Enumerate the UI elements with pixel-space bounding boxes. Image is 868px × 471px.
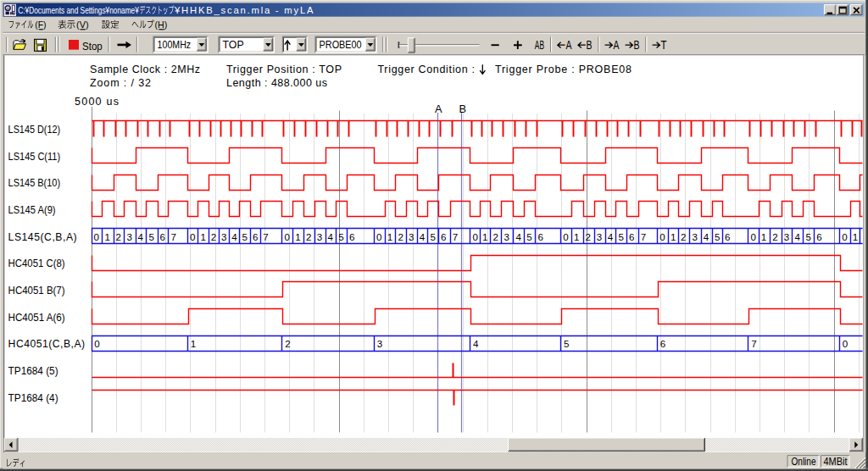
svg-text:4: 4 <box>420 231 426 242</box>
svg-text:7: 7 <box>263 231 268 242</box>
svg-text:A: A <box>614 38 620 52</box>
svg-text:0: 0 <box>659 231 665 242</box>
svg-text:LS145 D(12): LS145 D(12) <box>8 124 61 136</box>
svg-text:2: 2 <box>398 231 403 242</box>
svg-text:5: 5 <box>430 231 435 242</box>
svg-text:4: 4 <box>138 231 144 242</box>
svg-text:LS145 C(11): LS145 C(11) <box>8 151 61 163</box>
svg-text:3: 3 <box>692 231 697 242</box>
svg-text:1: 1 <box>200 231 205 242</box>
svg-text:C:¥Documents and Settings¥nona: C:¥Documents and Settings¥noname¥ <box>18 5 139 15</box>
svg-text:0: 0 <box>472 231 477 242</box>
svg-text:1: 1 <box>191 338 196 349</box>
svg-text:4MBit: 4MBit <box>824 456 849 468</box>
svg-text:7: 7 <box>171 231 176 242</box>
svg-text:Trigger Position : TOP: Trigger Position : TOP <box>226 64 342 75</box>
svg-text:3: 3 <box>597 231 602 242</box>
svg-text:1: 1 <box>295 231 300 242</box>
svg-text:5: 5 <box>715 231 720 242</box>
svg-text:7: 7 <box>641 231 646 242</box>
svg-text:4: 4 <box>795 231 801 242</box>
svg-text:6: 6 <box>349 231 354 242</box>
svg-text:LS145 A(9): LS145 A(9) <box>8 204 56 216</box>
svg-text:6: 6 <box>629 231 634 242</box>
svg-text:LS145 B(10): LS145 B(10) <box>8 177 61 189</box>
svg-text:HC4051 A(6): HC4051 A(6) <box>8 312 65 324</box>
svg-text:HC4051 C(8): HC4051 C(8) <box>8 258 65 269</box>
svg-text:2: 2 <box>681 231 686 242</box>
svg-text:0: 0 <box>751 231 756 242</box>
svg-text:0: 0 <box>94 231 99 242</box>
svg-text:5: 5 <box>806 231 811 242</box>
svg-text:6: 6 <box>816 231 821 242</box>
svg-text:6: 6 <box>725 231 730 242</box>
svg-text:Sample Clock : 2MHz: Sample Clock : 2MHz <box>90 64 200 75</box>
svg-text:(F): (F) <box>35 19 47 30</box>
svg-text:HC4051 B(7): HC4051 B(7) <box>8 285 65 296</box>
svg-text:5: 5 <box>242 231 248 242</box>
svg-text:0: 0 <box>285 231 290 242</box>
svg-text:2: 2 <box>586 231 591 242</box>
svg-text:2: 2 <box>772 231 777 242</box>
svg-text:PROBE00: PROBE00 <box>320 39 362 51</box>
svg-text:6: 6 <box>253 231 258 242</box>
svg-text:4: 4 <box>704 231 709 242</box>
svg-text:0: 0 <box>190 231 195 242</box>
svg-text:5: 5 <box>619 231 624 242</box>
svg-text:TP1684 (5): TP1684 (5) <box>8 365 58 377</box>
svg-text:B: B <box>634 38 640 52</box>
svg-text:B: B <box>587 38 593 52</box>
svg-text:B: B <box>459 103 467 115</box>
svg-text:5: 5 <box>564 338 569 349</box>
svg-text:4: 4 <box>231 231 237 242</box>
svg-text:3: 3 <box>784 231 789 242</box>
svg-text:(H): (H) <box>155 19 168 30</box>
svg-text:AB: AB <box>535 38 544 52</box>
svg-text:1: 1 <box>853 231 858 242</box>
svg-text:6: 6 <box>660 338 665 349</box>
svg-text:4: 4 <box>516 231 522 242</box>
svg-text:Online: Online <box>792 456 816 468</box>
svg-text:0: 0 <box>842 231 847 242</box>
svg-text:5: 5 <box>526 231 531 242</box>
svg-text:3: 3 <box>409 231 414 242</box>
svg-text:Stop: Stop <box>82 41 103 53</box>
svg-text:2: 2 <box>493 231 498 242</box>
svg-text:A: A <box>565 38 571 52</box>
svg-text:1: 1 <box>105 231 110 242</box>
svg-text:7: 7 <box>751 338 756 349</box>
svg-text:7: 7 <box>453 231 458 242</box>
svg-text:3: 3 <box>127 231 132 242</box>
svg-text:T: T <box>661 38 667 52</box>
svg-text:4: 4 <box>473 338 479 349</box>
svg-text:2: 2 <box>306 231 311 242</box>
svg-text:1: 1 <box>574 231 579 242</box>
svg-text:0: 0 <box>376 231 381 242</box>
svg-text:0: 0 <box>94 338 99 349</box>
svg-text:3: 3 <box>504 231 509 242</box>
svg-text:5: 5 <box>338 231 343 242</box>
svg-text:Trigger Probe : PROBE08: Trigger Probe : PROBE08 <box>495 64 632 75</box>
svg-text:6: 6 <box>441 231 446 242</box>
svg-text:TOP: TOP <box>223 39 244 51</box>
svg-text:1: 1 <box>387 231 392 242</box>
svg-text:TP1684 (4): TP1684 (4) <box>8 392 58 404</box>
svg-text:6: 6 <box>160 231 165 242</box>
svg-text:A: A <box>435 103 442 115</box>
svg-text:Trigger Condition :: Trigger Condition : <box>378 64 476 75</box>
svg-text:1: 1 <box>482 231 487 242</box>
svg-text:0: 0 <box>843 338 848 349</box>
svg-text:100MHz: 100MHz <box>158 39 192 51</box>
svg-text:1: 1 <box>670 231 676 242</box>
svg-text:2: 2 <box>116 231 121 242</box>
svg-text:4: 4 <box>608 231 614 242</box>
svg-text:2: 2 <box>211 231 216 242</box>
svg-text:0: 0 <box>563 231 568 242</box>
svg-text:4: 4 <box>328 231 334 242</box>
svg-text:Length : 488.000 us: Length : 488.000 us <box>226 77 327 89</box>
svg-text:3: 3 <box>221 231 226 242</box>
svg-text:Zoom : / 32: Zoom : / 32 <box>90 77 151 89</box>
svg-text:1: 1 <box>761 231 766 242</box>
svg-text:5000 us: 5000 us <box>75 96 119 108</box>
svg-text:LS145(C,B,A): LS145(C,B,A) <box>8 231 77 243</box>
